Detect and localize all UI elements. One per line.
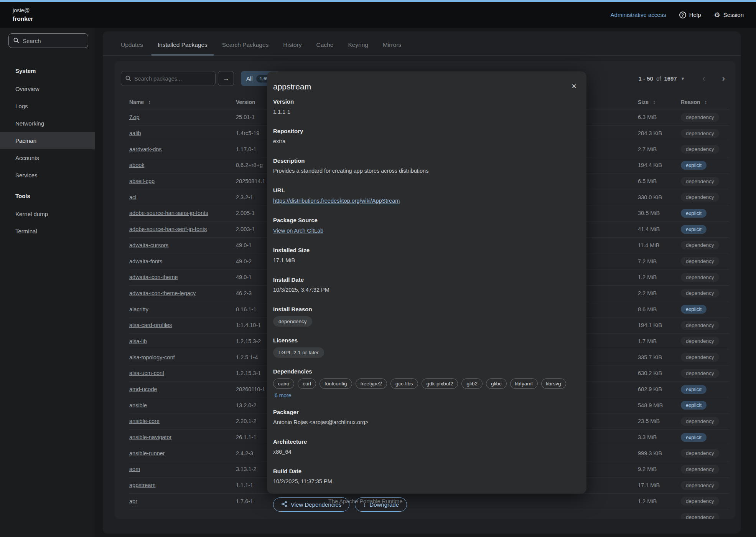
repository-value: extra <box>273 138 575 144</box>
dependency-pill[interactable]: cairo <box>273 378 294 389</box>
package-name-link[interactable]: abseil-cpp <box>129 178 155 184</box>
pagination-next-button[interactable]: › <box>722 74 725 84</box>
help-label: Help <box>689 12 701 18</box>
package-size: 335.7 KiB <box>638 354 681 360</box>
package-url-link[interactable]: https://distributions.freedesktop.org/wi… <box>273 198 400 204</box>
package-name-link[interactable]: aalib <box>129 130 141 136</box>
license-pill: LGPL-2.1-or-later <box>273 347 324 358</box>
package-name-link[interactable]: ansible-runner <box>129 450 165 456</box>
package-name-link[interactable]: aardvark-dns <box>129 146 162 152</box>
package-name-link[interactable]: ansible <box>129 402 147 408</box>
pagination-caret-icon[interactable]: ▾ <box>682 76 684 81</box>
dependency-pill[interactable]: curl <box>298 378 316 389</box>
sidebar-item[interactable]: Accounts <box>0 149 95 167</box>
tab[interactable]: Updates <box>114 36 150 55</box>
package-name-link[interactable]: alsa-card-profiles <box>129 322 172 328</box>
sidebar-search-input[interactable] <box>23 34 86 48</box>
dependency-pill[interactable]: librsvg <box>541 378 566 389</box>
downgrade-label: Downgrade <box>369 501 399 508</box>
dependency-pill[interactable]: libfyaml <box>510 378 538 389</box>
pagination-prev-button[interactable]: ‹ <box>702 74 705 84</box>
dependency-pill[interactable]: gcc-libs <box>390 378 418 389</box>
sort-icon[interactable]: ↕ <box>653 99 656 105</box>
sidebar-item-label: Overview <box>15 86 40 92</box>
tab[interactable]: Mirrors <box>376 36 408 55</box>
tab[interactable]: History <box>276 36 309 55</box>
package-name-link[interactable]: acl <box>129 194 137 200</box>
package-name-link[interactable]: alsa-lib <box>129 338 147 344</box>
package-search-input[interactable] <box>134 71 213 86</box>
package-name-link[interactable]: appstream <box>129 482 156 488</box>
sidebar-item[interactable]: Services <box>0 167 95 184</box>
package-size: 194.4 KiB <box>638 162 681 168</box>
sidebar-item[interactable]: Logs <box>0 97 95 115</box>
package-name-link[interactable]: alacritty <box>129 306 148 312</box>
package-name-link[interactable]: adwaita-icon-theme <box>129 274 178 280</box>
dependencies-list: cairo curl fontconfig freetype2 gcc-libs… <box>273 378 575 398</box>
sidebar-item[interactable]: Tools <box>0 187 95 205</box>
sidebar: System Overview Logs Networking Pacman <box>0 28 95 537</box>
package-name-link[interactable]: adwaita-cursors <box>129 242 168 248</box>
sidebar-item[interactable]: Overview <box>0 80 95 97</box>
package-name-link[interactable]: adwaita-fonts <box>129 258 162 264</box>
installed-size-label: Installed Size <box>273 247 575 253</box>
dependency-pill[interactable]: freetype2 <box>356 378 387 389</box>
search-icon <box>125 75 132 83</box>
package-size: 6.3 MiB <box>638 114 681 120</box>
reason-badge: explicit <box>681 161 707 170</box>
arch-gitlab-link[interactable]: View on Arch GitLab <box>273 228 323 234</box>
dependency-pill[interactable]: gdk-pixbuf2 <box>422 378 458 389</box>
sidebar-item[interactable]: Kernel dump <box>0 205 95 223</box>
pagination-total: 1697 <box>664 75 677 82</box>
tab[interactable]: Installed Packages <box>150 36 215 55</box>
column-label: Reason <box>681 99 700 105</box>
view-dependencies-button[interactable]: View Dependencies <box>273 497 349 512</box>
sidebar-item[interactable]: Networking <box>0 115 95 132</box>
table-column-header[interactable]: Name ↕ <box>129 99 236 105</box>
reason-badge: dependency <box>681 321 719 330</box>
view-dependencies-label: View Dependencies <box>291 501 341 508</box>
package-size: 1.2 MiB <box>638 274 681 280</box>
download-arrow-icon: ↓ <box>363 501 366 508</box>
reason-badge: explicit <box>681 305 707 314</box>
tab[interactable]: Cache <box>309 36 341 55</box>
package-name-link[interactable]: alsa-topology-conf <box>129 354 175 360</box>
tab[interactable]: Search Packages <box>215 36 276 55</box>
table-column-header[interactable]: Reason ↕ <box>681 99 729 105</box>
package-name-link[interactable]: amd-ucode <box>129 386 157 392</box>
sidebar-item[interactable]: Pacman <box>0 132 95 149</box>
package-name-link[interactable]: ansible-core <box>129 418 160 424</box>
sort-icon[interactable]: ↕ <box>148 99 151 105</box>
search-submit-button[interactable]: → <box>218 71 234 86</box>
table-column-header[interactable]: Size ↕ <box>638 99 681 105</box>
dependency-pill[interactable]: fontconfig <box>320 378 352 389</box>
dependency-pill[interactable]: glibc <box>486 378 507 389</box>
package-name-link[interactable]: 7zip <box>129 114 140 120</box>
package-name-link[interactable]: ansible-navigator <box>129 434 171 440</box>
package-name-link[interactable]: abook <box>129 162 145 168</box>
dependency-pill[interactable]: glib2 <box>461 378 483 389</box>
tab-label: Keyring <box>348 41 368 48</box>
administrative-access-link[interactable]: Administrative access <box>611 12 666 18</box>
package-name-link[interactable]: apr <box>129 498 137 504</box>
build-date-label: Build Date <box>273 468 575 474</box>
downgrade-button[interactable]: ↓ Downgrade <box>355 497 407 512</box>
package-name-link[interactable]: adwaita-icon-theme-legacy <box>129 290 196 296</box>
package-name-link[interactable]: aom <box>129 466 140 472</box>
tab-label: History <box>283 41 301 48</box>
package-name-link[interactable]: alsa-ucm-conf <box>129 370 164 376</box>
more-dependencies-link[interactable]: 6 more <box>275 392 292 398</box>
sidebar-item[interactable]: System <box>0 62 95 79</box>
package-name-link[interactable]: adobe-source-han-serif-jp-fonts <box>129 226 207 232</box>
sidebar-item[interactable]: Terminal <box>0 223 95 240</box>
help-icon: ? <box>679 12 686 18</box>
tab[interactable]: Keyring <box>341 36 376 55</box>
pagination-range: 1 - 50 <box>639 75 653 82</box>
help-menu[interactable]: ? Help <box>679 12 701 18</box>
reason-badge: dependency <box>681 449 719 458</box>
sidebar-item-label: Services <box>15 172 38 178</box>
close-icon[interactable]: × <box>572 82 576 91</box>
sort-icon[interactable]: ↕ <box>705 99 707 105</box>
session-menu[interactable]: ⚙ Session <box>714 12 744 18</box>
package-name-link[interactable]: adobe-source-han-sans-jp-fonts <box>129 210 208 216</box>
